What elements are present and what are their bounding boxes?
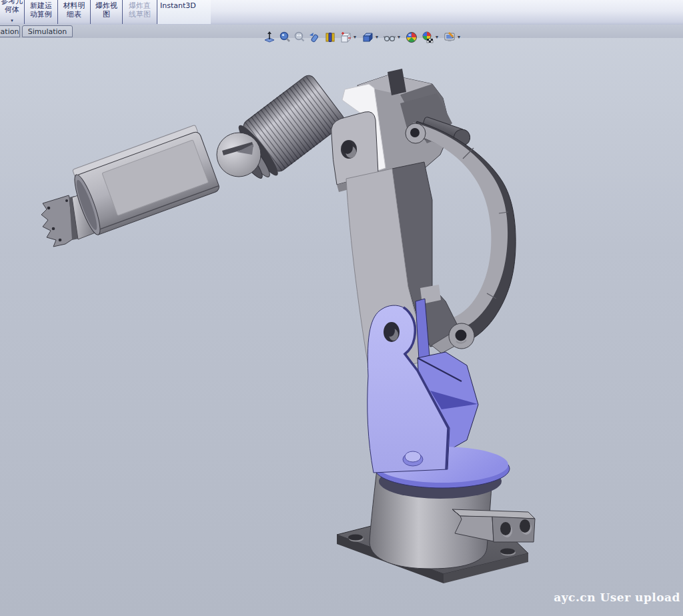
button-label-line1: 参考几 [0,0,24,5]
reference-geometry-button[interactable]: 参考几 何体 ▾ [0,0,24,24]
button-label-line1: 爆炸视 [91,1,122,10]
heads-up-view-toolbar: ▾ ▾ ▾ [262,29,462,45]
bill-of-materials-button[interactable]: 材料明 细表 [57,0,90,24]
view-orientation-icon[interactable] [338,31,353,44]
button-label-line1: 爆炸直 [123,1,157,10]
view-settings-icon[interactable] [442,31,457,44]
command-manager-toolbar: 参考几 何体 ▾ 新建运 动算例 材料明 细表 爆炸视 图 爆炸直 [0,0,683,25]
forearm-housing [68,125,221,237]
edit-appearance-icon[interactable] [404,31,419,44]
button-label: Instant3D [160,1,211,10]
button-label-line1: 新建运 [25,1,57,10]
button-label-line2: 何体 [0,5,24,14]
previous-view-icon[interactable] [306,31,321,44]
hide-show-items-icon[interactable] [382,31,397,44]
zoom-to-area-icon[interactable] [277,31,292,44]
view-orientation-dropdown[interactable]: ▾ [354,35,356,40]
section-view-icon[interactable] [321,31,338,44]
display-style-icon[interactable] [360,31,375,44]
tab-simulation[interactable]: Simulation [22,25,73,37]
tab-clipped[interactable]: ation [0,25,20,37]
new-motion-study-button[interactable]: 新建运 动算例 [24,0,57,24]
display-style-dropdown[interactable]: ▾ [376,35,378,40]
tab-label: ation [1,27,19,36]
button-label-line2: 细表 [58,10,90,19]
button-label-line1: 材料明 [58,1,90,10]
dropdown-arrow-icon[interactable]: ▾ [0,19,24,23]
apply-scene-dropdown[interactable]: ▾ [436,35,438,40]
instant3d-button[interactable]: Instant3D [157,0,211,24]
button-label-line2: 线草图 [123,10,157,19]
button-label-line2: 图 [91,10,122,19]
watermark-text: ayc.cn User upload [554,591,680,604]
tab-label: Simulation [28,27,67,36]
application-window: 参考几 何体 ▾ 新建运 动算例 材料明 细表 爆炸视 图 爆炸直 [0,0,683,616]
linkage-boss [449,323,474,349]
explode-line-sketch-button: 爆炸直 线草图 [122,0,157,24]
hide-show-items-dropdown[interactable]: ▾ [398,35,400,40]
view-settings-dropdown[interactable]: ▾ [458,35,460,40]
zoom-in-out-icon[interactable] [292,31,306,44]
button-label-line2: 动算例 [25,10,57,19]
viewport-3d-model[interactable] [0,0,683,616]
exploded-view-button[interactable]: 爆炸视 图 [90,0,122,24]
zoom-to-fit-icon[interactable] [262,31,277,44]
apply-scene-icon[interactable] [420,31,435,44]
